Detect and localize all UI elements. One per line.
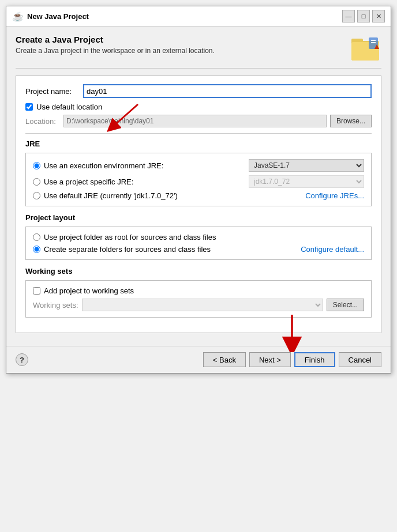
working-sets-select — [82, 299, 323, 311]
project-layout-section-title: Project layout — [25, 213, 372, 222]
window-icon: ☕ — [12, 11, 24, 22]
jre-option-2-row: Use a project specific JRE: jdk1.7.0_72 — [33, 175, 364, 188]
dialog-content: Create a Java Project Create a Java proj… — [6, 27, 391, 341]
jre-default-label: Use default JRE (currently 'jdk1.7.0_72'… — [44, 191, 178, 200]
jre-default-radio-group: Use default JRE (currently 'jdk1.7.0_72'… — [33, 191, 178, 200]
jre-exec-env-label: Use an execution environment JRE: — [44, 161, 163, 170]
select-button[interactable]: Select... — [327, 299, 364, 311]
layout-root-radio[interactable] — [33, 233, 40, 241]
layout-separate-radio[interactable] — [33, 246, 40, 253]
svg-rect-5 — [371, 42, 376, 43]
svg-rect-4 — [371, 40, 376, 41]
close-button[interactable]: ✕ — [372, 10, 385, 22]
jre-option-1-row: Use an execution environment JRE: JavaSE… — [33, 159, 364, 172]
jre-specific-select: jdk1.7.0_72 — [249, 175, 364, 188]
working-sets-section-box: Add project to working sets Working sets… — [25, 280, 372, 318]
page-header-text: Create a Java Project Create a Java proj… — [16, 35, 215, 55]
jre-specific-label: Use a project specific JRE: — [44, 178, 133, 186]
use-default-location-label[interactable]: Use default location — [36, 103, 102, 111]
project-name-label: Project name: — [25, 87, 83, 96]
project-name-container: Project name: — [25, 84, 372, 98]
project-layout-section-box: Use project folder as root for sources a… — [25, 227, 372, 260]
help-button[interactable]: ? — [16, 353, 28, 366]
minimize-button[interactable]: — — [342, 10, 355, 22]
layout-separate-label: Create separate folders for sources and … — [44, 245, 211, 254]
working-sets-select-row: Working sets: Select... — [33, 299, 364, 311]
form-area: Project name: — [16, 76, 381, 333]
jre-default-radio[interactable] — [33, 192, 40, 199]
title-bar: ☕ New Java Project — □ ✕ — [6, 6, 391, 27]
use-default-location-checkbox[interactable] — [25, 103, 33, 111]
finish-button[interactable]: Finish — [294, 352, 335, 367]
jre-exec-env-select[interactable]: JavaSE-1.7 JavaSE-1.8 JavaSE-11 — [249, 159, 364, 172]
use-default-location-row: Use default location — [25, 103, 372, 111]
location-input — [63, 115, 327, 127]
working-sets-section-title: Working sets — [25, 267, 372, 276]
new-java-project-dialog: ☕ New Java Project — □ ✕ Create a Java P… — [6, 6, 391, 373]
project-name-input[interactable] — [83, 84, 372, 98]
next-button[interactable]: Next > — [249, 352, 291, 367]
footer-right: < Back Next > Finish Cancel — [203, 352, 381, 367]
jre-section-title: JRE — [25, 139, 372, 148]
cancel-button[interactable]: Cancel — [339, 352, 381, 367]
location-row: Location: Browse... — [25, 115, 372, 127]
jre-exec-env-radio[interactable] — [33, 162, 40, 169]
separator-1 — [25, 133, 372, 134]
footer-left: ? — [16, 353, 28, 366]
title-bar-left: ☕ New Java Project — [12, 11, 89, 22]
configure-default-link[interactable]: Configure default... — [301, 245, 364, 254]
add-to-working-sets-checkbox[interactable] — [33, 287, 40, 295]
layout-root-label: Use project folder as root for sources a… — [44, 233, 216, 242]
browse-button[interactable]: Browse... — [330, 115, 372, 127]
jre-section-box: Use an execution environment JRE: JavaSE… — [25, 153, 372, 206]
footer-buttons: ? < Back Next > Finish Cancel — [6, 346, 391, 373]
add-to-working-sets-label[interactable]: Add project to working sets — [44, 286, 134, 295]
location-label: Location: — [25, 117, 60, 126]
layout-option-2-row: Create separate folders for sources and … — [33, 245, 364, 254]
configure-jres-link[interactable]: Configure JREs... — [305, 191, 364, 200]
jre-option-3-row: Use default JRE (currently 'jdk1.7.0_72'… — [33, 191, 364, 200]
layout-option-1-row: Use project folder as root for sources a… — [33, 233, 364, 242]
jre-exec-env-dropdown-group: JavaSE-1.7 JavaSE-1.8 JavaSE-11 — [167, 159, 364, 172]
folder-icon — [351, 36, 379, 61]
add-to-working-sets-row: Add project to working sets — [33, 286, 364, 295]
window-title: New Java Project — [27, 12, 89, 21]
folder-icon-area — [349, 35, 381, 62]
back-button[interactable]: < Back — [203, 352, 246, 367]
maximize-button[interactable]: □ — [357, 10, 370, 22]
title-controls: — □ ✕ — [342, 10, 385, 22]
layout-separate-group: Create separate folders for sources and … — [33, 245, 211, 254]
page-header: Create a Java Project Create a Java proj… — [16, 35, 381, 69]
page-subtitle: Create a Java project in the workspace o… — [16, 47, 215, 55]
jre-specific-radio[interactable] — [33, 178, 40, 186]
jre-specific-dropdown-group: jdk1.7.0_72 — [137, 175, 364, 188]
working-sets-label: Working sets: — [33, 301, 78, 310]
page-title: Create a Java Project — [16, 35, 215, 44]
project-name-row: Project name: — [25, 84, 372, 98]
